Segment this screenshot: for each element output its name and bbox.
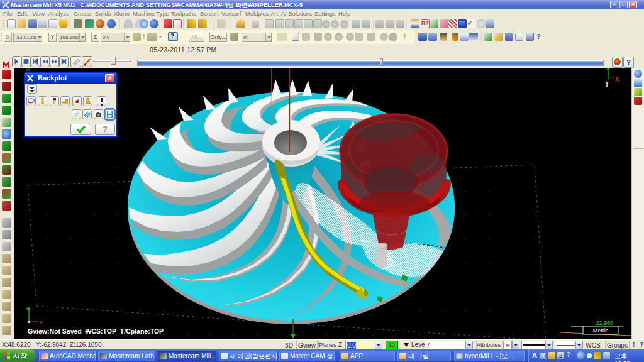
svg-text:Gview:Not Saved ₩CS:TOP T/Cp: Gview:Not Saved ₩CS:TOP T/Cplane:TOP (28, 327, 164, 335)
svg-text:22.960: 22.960 (596, 320, 613, 326)
svg-text:T: T (605, 81, 609, 88)
svg-text:X: X (615, 76, 619, 83)
svg-text:X: X (39, 319, 43, 326)
svg-text:Metric: Metric (593, 327, 609, 334)
svg-text:Y: Y (25, 305, 29, 312)
